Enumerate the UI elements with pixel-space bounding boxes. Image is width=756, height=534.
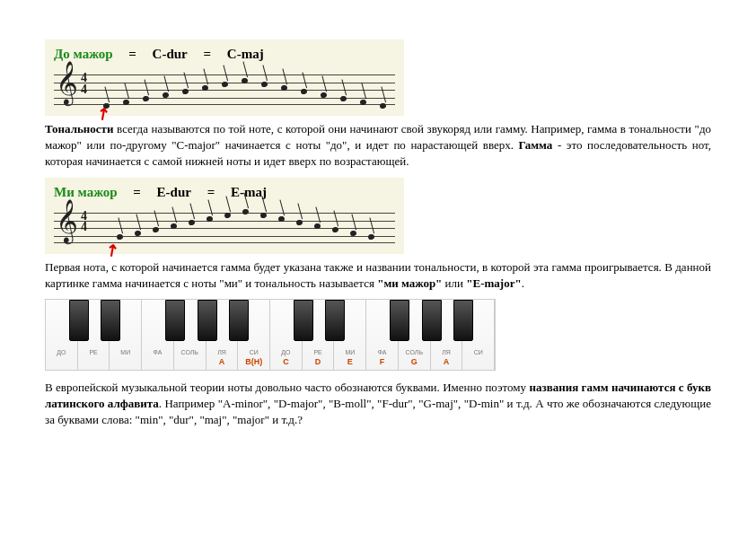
black-key bbox=[422, 300, 442, 341]
key-name: Ми мажор bbox=[54, 185, 118, 199]
key-label-latin: B(H) bbox=[238, 356, 269, 368]
timesig-bot: 4 bbox=[81, 84, 87, 96]
equals-sign: = bbox=[204, 47, 212, 61]
key-name: До мажор bbox=[54, 47, 113, 61]
black-key bbox=[229, 300, 249, 341]
key-label-ru: СИ bbox=[462, 348, 494, 357]
key-label-latin: A bbox=[207, 356, 238, 368]
piano-keyboard: ДОРЕМИФАСОЛЬЛЯAСИB(H)ДОCРЕDМИEФАFСОЛЬGЛЯ… bbox=[45, 299, 496, 371]
para2-tail: . bbox=[522, 276, 524, 290]
black-key bbox=[165, 300, 185, 341]
key-label-latin: D bbox=[303, 356, 334, 368]
key-alt1: C-dur bbox=[153, 47, 188, 61]
score-c-major: До мажор = C-dur = C-maj 𝄞 4 4 ↗ bbox=[45, 39, 404, 116]
black-key bbox=[390, 300, 409, 341]
black-key bbox=[453, 300, 473, 341]
equals-sign: = bbox=[133, 185, 141, 199]
key-label-latin: A bbox=[431, 356, 462, 368]
key-label-latin: E bbox=[334, 356, 365, 368]
para2-bold2: "E-major" bbox=[466, 276, 521, 290]
staff: 𝄞 4 4 ↗ bbox=[54, 206, 395, 250]
key-alt2: C-maj bbox=[227, 47, 264, 61]
key-label-ru: ФА bbox=[142, 348, 173, 357]
para3-text1: В европейской музыкальной теории ноты до… bbox=[45, 381, 529, 394]
black-key bbox=[69, 300, 89, 341]
key-label-latin: F bbox=[366, 356, 398, 368]
term-gamma: Гамма bbox=[519, 138, 553, 152]
key-label-latin: C bbox=[270, 356, 302, 368]
equals-sign: = bbox=[207, 185, 215, 199]
time-signature: 4 4 bbox=[81, 211, 87, 233]
key-label-latin: G bbox=[399, 356, 430, 368]
note bbox=[379, 102, 386, 109]
score-c-title: До мажор = C-dur = C-maj bbox=[54, 45, 395, 64]
para2-bold1: "ми мажор" bbox=[377, 276, 442, 290]
black-key bbox=[294, 300, 313, 341]
paragraph-1: Тональности всегда называются по той нот… bbox=[45, 121, 711, 171]
paragraph-3: В европейской музыкальной теории ноты до… bbox=[45, 380, 711, 429]
black-key bbox=[198, 300, 217, 341]
score-e-major: Ми мажор = E-dur = E-maj 𝄞 4 4 ↗ bbox=[45, 178, 404, 254]
key-alt1: E-dur bbox=[157, 185, 191, 199]
key-label-ru: СОЛЬ bbox=[174, 348, 206, 357]
key-label-ru: ДО bbox=[46, 348, 77, 357]
black-key bbox=[101, 300, 120, 341]
para2-mid: или bbox=[442, 276, 466, 290]
key-label-ru: МИ bbox=[110, 348, 141, 357]
score-e-title: Ми мажор = E-dur = E-maj bbox=[54, 183, 395, 202]
paragraph-2: Первая нота, с которой начинается гамма … bbox=[45, 259, 711, 292]
time-signature: 4 4 bbox=[81, 73, 87, 95]
timesig-bot: 4 bbox=[81, 222, 87, 233]
treble-clef-icon: 𝄞 bbox=[56, 64, 78, 101]
staff: 𝄞 4 4 ↗ bbox=[54, 67, 395, 112]
key-label-ru: РЕ bbox=[78, 348, 110, 357]
black-key bbox=[325, 300, 345, 341]
equals-sign: = bbox=[128, 47, 136, 61]
treble-clef-icon: 𝄞 bbox=[56, 202, 78, 240]
